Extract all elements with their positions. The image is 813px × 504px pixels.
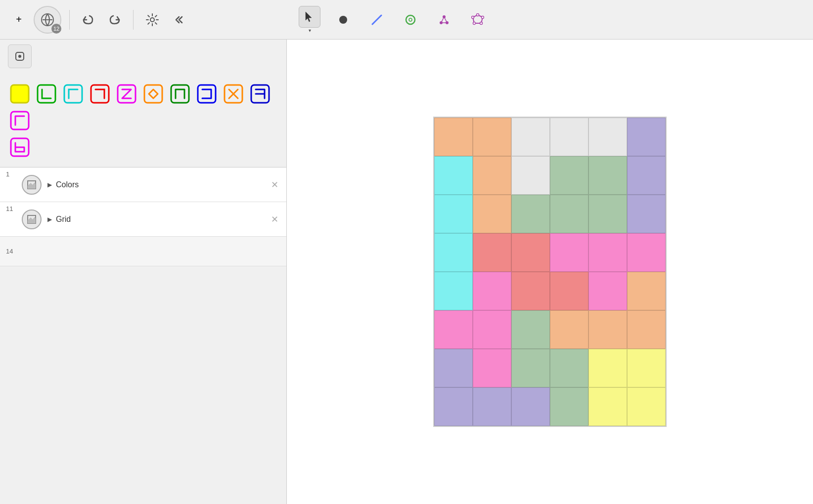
grid-cell-3-0 [434,233,473,272]
palette-red[interactable] [88,82,112,106]
grid-cell-0-3 [550,118,588,156]
logo-badge: 12 [51,24,61,34]
svg-rect-26 [171,85,189,103]
line-tool-button[interactable] [366,9,388,31]
grid-cell-6-5 [627,349,666,387]
polygon-tool-button[interactable] [467,9,489,31]
main-area: 1 ▶ Colors ✕ 11 [0,40,813,504]
separator-1 [69,10,70,30]
svg-line-10 [441,17,444,23]
icon-palette [0,74,286,168]
svg-point-15 [480,22,483,24]
toolbar-left: + 12 [0,6,287,34]
single-dot-icon[interactable] [8,44,32,68]
grid-cell-5-4 [588,310,627,349]
grid-cell-4-1 [473,272,511,310]
grid-cell-4-0 [434,272,473,310]
palette-pink-2[interactable] [8,109,32,132]
layer-11-content[interactable]: ▶ Grid [47,215,263,224]
svg-line-4 [372,15,381,24]
collapse-button[interactable] [167,9,189,31]
circle-tool-button[interactable] [400,9,421,31]
grid-cell-1-1 [473,156,511,195]
grid-cell-1-2 [511,156,550,195]
layer-1-close[interactable]: ✕ [269,177,280,192]
grid-cell-4-3 [550,272,588,310]
grid-cell-2-4 [588,195,627,233]
settings-button[interactable] [141,9,163,31]
palette-yellow-square[interactable] [8,82,32,106]
palette-magenta[interactable] [115,82,138,106]
grid-cell-0-4 [588,118,627,156]
grid-cell-5-1 [473,310,511,349]
layer-1-number: 1 [6,168,16,178]
layers-panel: 1 ▶ Colors ✕ 11 [0,168,286,504]
svg-point-3 [339,16,347,24]
svg-rect-30 [11,112,29,129]
svg-point-6 [409,18,412,21]
palette-orange[interactable] [141,82,165,106]
undo-icon [82,13,95,27]
svg-point-5 [406,15,415,24]
grid-cell-0-1 [473,118,511,156]
layer-11-close[interactable]: ✕ [269,212,280,227]
layer-11-triangle: ▶ [47,216,52,223]
svg-rect-20 [11,85,29,103]
dot-tool-button[interactable] [332,9,354,31]
layer-11-number: 11 [6,202,16,212]
grid-cell-7-0 [434,387,473,426]
dot-icon [337,13,350,26]
right-canvas [287,40,813,504]
grid-cell-1-3 [550,156,588,195]
grid-cell-7-1 [473,387,511,426]
svg-line-11 [444,17,447,23]
undo-button[interactable] [78,9,99,31]
redo-button[interactable] [103,9,125,31]
svg-rect-22 [64,85,82,103]
palette-orange-2[interactable] [222,82,245,106]
palette-dark-green[interactable] [168,82,192,106]
logo-button[interactable]: 12 [34,6,61,34]
separator-2 [133,10,134,30]
left-panel: 1 ▶ Colors ✕ 11 [0,40,287,504]
grid-cell-2-2 [511,195,550,233]
polygon-icon [471,13,484,26]
grid-cell-2-1 [473,195,511,233]
grid-cell-2-3 [550,195,588,233]
grid-cell-7-5 [627,387,666,426]
layer-11-icon[interactable] [22,210,42,229]
layer-1-icon[interactable] [22,175,42,195]
palette-blue-l[interactable] [195,82,219,106]
grid-cell-0-0 [434,118,473,156]
cursor-button[interactable] [299,6,320,28]
top-toolbar: + 12 [0,0,813,40]
collapse-icon [172,14,184,26]
palette-cyan[interactable] [61,82,85,106]
grid-cell-6-3 [550,349,588,387]
layer-1-name: Colors [56,180,79,189]
svg-point-19 [18,55,21,58]
svg-point-2 [150,18,154,22]
layer-11-name: Grid [56,215,71,224]
grid-cell-7-4 [588,387,627,426]
add-button[interactable]: + [8,9,30,31]
node-tool-button[interactable] [433,9,455,31]
settings-icon [146,13,159,26]
grid-cell-0-2 [511,118,550,156]
svg-point-16 [473,22,476,24]
palette-blue-2[interactable] [248,82,272,106]
grid-cell-2-0 [434,195,473,233]
grid-cell-1-5 [627,156,666,195]
grid-cell-5-2 [511,310,550,349]
cursor-dropdown-arrow[interactable]: ▾ [309,28,311,33]
palette-green-l[interactable] [35,82,58,106]
layer-1-content[interactable]: ▶ Colors [47,180,263,189]
layer-grid-item: 11 ▶ Grid ✕ [0,202,286,237]
palette-row-2 [8,135,278,159]
grid-cell-3-4 [588,233,627,272]
cursor-icon [303,10,316,23]
grid-cell-7-2 [511,387,550,426]
palette-pink-3[interactable] [8,135,32,159]
grid-cell-5-3 [550,310,588,349]
line-icon [370,13,383,26]
